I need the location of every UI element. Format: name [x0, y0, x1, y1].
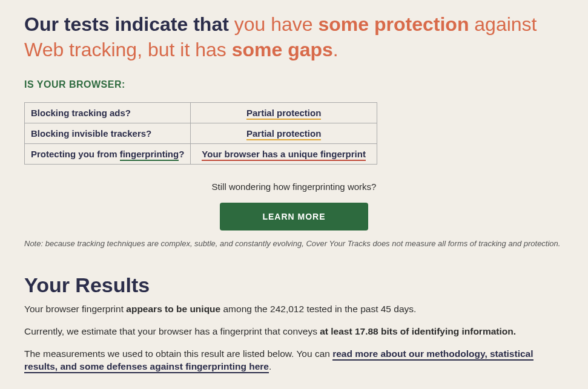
- wondering-text: Still wondering how fingerprinting works…: [24, 181, 564, 192]
- row-label-post: ?: [179, 149, 184, 159]
- headline: Our tests indicate that you have some pr…: [24, 12, 564, 62]
- fingerprinting-link[interactable]: fingerprinting: [120, 149, 179, 161]
- row-label-pre: Protecting you from: [31, 149, 120, 159]
- table-row: Blocking invisible trackers? Partial pro…: [25, 123, 377, 144]
- p3-a: The measurements we used to obtain this …: [24, 348, 332, 359]
- row-value: Partial protection: [246, 108, 321, 120]
- row-label-cell: Protecting you from fingerprinting?: [25, 144, 191, 165]
- headline-part5: some gaps: [232, 39, 333, 60]
- headline-part1: Our tests indicate that: [24, 13, 234, 35]
- row-label: Blocking invisible trackers?: [25, 123, 191, 144]
- results-p2: Currently, we estimate that your browser…: [24, 325, 564, 338]
- results-title: Your Results: [24, 273, 564, 297]
- button-row: LEARN MORE: [24, 203, 564, 230]
- row-label: Blocking tracking ads?: [25, 103, 191, 123]
- sub-heading: IS YOUR BROWSER:: [24, 79, 564, 90]
- note-text: Note: because tracking techniques are co…: [24, 239, 564, 249]
- p1-c: among the 242,012 tested in the past 45 …: [220, 304, 416, 314]
- row-value-cell: Partial protection: [191, 123, 377, 144]
- table-row: Protecting you from fingerprinting? Your…: [25, 144, 377, 165]
- table-row: Blocking tracking ads? Partial protectio…: [25, 103, 377, 123]
- p3-b: .: [269, 361, 271, 371]
- headline-part3: some protection: [319, 13, 469, 35]
- learn-more-button[interactable]: LEARN MORE: [220, 203, 368, 230]
- status-table: Blocking tracking ads? Partial protectio…: [24, 102, 377, 165]
- row-value-cell: Partial protection: [191, 103, 377, 123]
- headline-part6: .: [333, 39, 339, 60]
- headline-part2: you have: [234, 13, 319, 35]
- p1-a: Your browser fingerprint: [24, 304, 126, 314]
- results-p3: The measurements we used to obtain this …: [24, 348, 564, 373]
- row-value: Partial protection: [246, 128, 321, 140]
- p2-b: at least 17.88 bits of identifying infor…: [320, 326, 516, 336]
- results-p1: Your browser fingerprint appears to be u…: [24, 303, 564, 316]
- p1-b: appears to be unique: [126, 304, 220, 314]
- p2-a: Currently, we estimate that your browser…: [24, 326, 320, 336]
- row-value-cell: Your browser has a unique fingerprint: [191, 144, 377, 165]
- row-value: Your browser has a unique fingerprint: [202, 149, 366, 161]
